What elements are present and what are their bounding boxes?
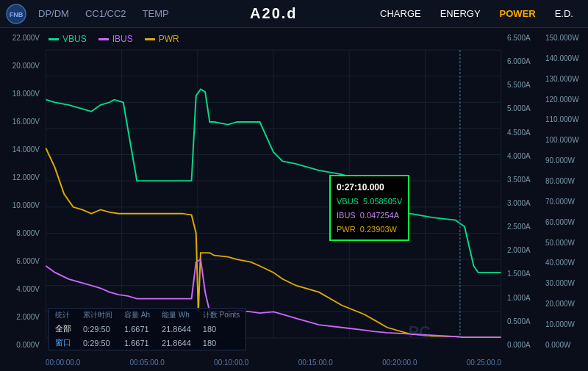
y-right1-label: 1.000A (507, 294, 531, 302)
tooltip-time: 0:27:10.000 (337, 180, 402, 195)
x-label: 00:00:00.0 (46, 359, 80, 367)
y-axis-left: 22.000V20.000V18.000V16.000V14.000V12.00… (0, 28, 43, 371)
y-right2-label: 50.000W (545, 239, 575, 247)
y-axis-right2: 150.000W140.000W130.000W120.000W110.000W… (542, 28, 588, 371)
app-logo: FNB (6, 4, 26, 24)
y-axis-right1: 6.500A6.000A5.500A5.000A4.500A4.000A3.50… (504, 28, 542, 371)
chart-legend: VBUSIBUSPWR (49, 34, 179, 44)
svg-text:FNB: FNB (10, 11, 24, 18)
y-right2-label: 150.000W (545, 34, 579, 42)
y-right1-label: 3.500A (507, 176, 531, 184)
legend-item: IBUS (98, 34, 133, 44)
x-label: 00:10:00.0 (214, 359, 248, 367)
y-right2-label: 30.000W (545, 279, 575, 287)
chart-area: 22.000V20.000V18.000V16.000V14.000V12.00… (0, 28, 588, 371)
y-right2-label: 40.000W (545, 259, 575, 267)
legend-color (49, 38, 59, 40)
y-left-label: 14.000V (12, 145, 40, 154)
stats-header-cell: 累计时间 (77, 309, 118, 322)
stats-header-cell: 容量 Ah (118, 309, 156, 322)
stats-data-row: 全部0:29:501.667121.8644180 (49, 322, 245, 336)
y-right2-label: 130.000W (545, 75, 579, 83)
y-left-label: 16.000V (12, 118, 40, 126)
y-right1-label: 3.000A (507, 199, 531, 207)
x-label: 00:05:00.0 (130, 359, 165, 367)
y-left-label: 2.000V (16, 313, 40, 321)
legend-item: PWR (145, 34, 179, 44)
y-right2-label: 60.000W (545, 218, 575, 226)
y-right1-label: 0.000A (507, 341, 531, 349)
watermark: PC (408, 323, 431, 342)
legend-item: VBUS (49, 34, 87, 44)
y-left-label: 8.000V (16, 229, 40, 237)
tab-charge[interactable]: CHARGE (371, 5, 430, 22)
y-right2-label: 80.000W (545, 177, 575, 185)
chart-main[interactable]: VBUSIBUSPWR 统计累计时间容量 Ah能量 Wh计数 Points全部0… (43, 28, 504, 371)
stats-cell: 180 (197, 322, 246, 336)
y-right2-label: 120.000W (545, 96, 579, 104)
tab-cc1-cc2[interactable]: CC1/CC2 (78, 5, 134, 22)
y-left-label: 22.000V (12, 34, 40, 42)
tooltip: 0:27:10.000 VBUS 5.058505V IBUS 0.047254… (329, 175, 409, 241)
chart-title: A20.d (178, 5, 370, 22)
y-left-label: 0.000V (16, 341, 40, 349)
tab-ed[interactable]: E.D. (546, 5, 582, 22)
app-header: FNB DP/DM CC1/CC2 TEMP A20.d CHARGE ENER… (0, 0, 588, 28)
stats-cell: 窗口 (49, 336, 77, 350)
y-right1-label: 1.500A (507, 270, 531, 278)
tooltip-ibus: IBUS 0.047254A (337, 209, 402, 223)
y-right1-label: 2.000A (507, 246, 531, 254)
stats-cell: 0:29:50 (77, 336, 118, 350)
y-left-label: 12.000V (12, 173, 40, 181)
y-right1-label: 4.500A (507, 129, 531, 137)
x-label: 00:20:00.0 (382, 359, 417, 367)
tooltip-pwr: PWR 0.23903W (337, 223, 402, 237)
y-left-label: 20.000V (12, 62, 40, 70)
x-label: 00:25:00.0 (467, 359, 501, 367)
y-right2-label: 0.000W (545, 341, 570, 349)
y-right1-label: 4.000A (507, 152, 531, 160)
y-left-label: 4.000V (16, 285, 40, 293)
stats-cell: 1.6671 (118, 336, 156, 350)
y-right2-label: 90.000W (545, 156, 575, 165)
stats-cell: 21.8644 (156, 322, 197, 336)
stats-table: 统计累计时间容量 Ah能量 Wh计数 Points全部0:29:501.6671… (49, 308, 246, 350)
stats-header-cell: 能量 Wh (156, 309, 197, 322)
x-label: 00:15:00.0 (298, 359, 333, 367)
stats-cell: 21.8644 (156, 336, 197, 350)
tab-power[interactable]: POWER (491, 5, 545, 22)
y-right1-label: 5.000A (507, 104, 531, 112)
legend-label: VBUS (62, 34, 87, 44)
y-left-label: 10.000V (12, 201, 40, 209)
y-right1-label: 2.500A (507, 223, 531, 231)
legend-label: IBUS (112, 34, 133, 44)
y-right1-label: 5.500A (507, 81, 531, 89)
x-axis: 00:00:00.000:05:00.000:10:00.000:15:00.0… (43, 359, 504, 367)
tab-dp-dm[interactable]: DP/DM (31, 5, 76, 22)
y-right2-label: 110.000W (545, 115, 579, 123)
y-left-label: 6.000V (16, 257, 40, 265)
y-right2-label: 20.000W (545, 300, 575, 308)
y-right1-label: 6.500A (507, 34, 531, 42)
y-right1-label: 6.000A (507, 57, 531, 65)
stats-cell: 1.6671 (118, 322, 156, 336)
stats-cell: 180 (197, 336, 246, 350)
stats-cell: 全部 (49, 322, 77, 336)
legend-color (98, 38, 109, 40)
tab-temp[interactable]: TEMP (135, 5, 176, 22)
y-right2-label: 140.000W (545, 54, 579, 62)
stats-header-cell: 统计 (49, 309, 77, 322)
stats-cell: 0:29:50 (77, 322, 118, 336)
y-right2-label: 70.000W (545, 198, 575, 206)
tooltip-vbus: VBUS 5.058505V (337, 195, 402, 209)
legend-label: PWR (159, 34, 179, 44)
y-left-label: 18.000V (12, 90, 40, 98)
y-right2-label: 10.000W (545, 320, 575, 328)
legend-color (145, 38, 155, 40)
y-right2-label: 100.000W (545, 136, 579, 144)
stats-header-cell: 计数 Points (197, 309, 246, 322)
y-right1-label: 0.500A (507, 317, 531, 325)
tab-energy[interactable]: ENERGY (431, 5, 490, 22)
stats-data-row: 窗口0:29:501.667121.8644180 (49, 336, 245, 350)
